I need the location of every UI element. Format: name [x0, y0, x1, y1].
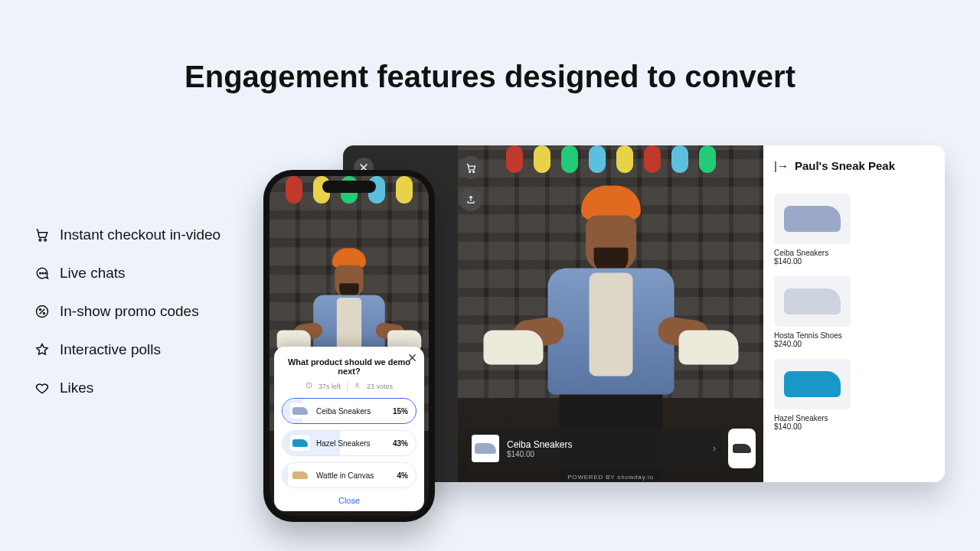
feature-item: Likes [34, 380, 220, 396]
percent-icon [34, 303, 51, 320]
cart-icon [34, 227, 51, 243]
svg-point-11 [356, 383, 358, 386]
chevron-right-icon: › [713, 443, 716, 454]
feature-item: In-show promo codes [34, 303, 220, 320]
poll-time-left: 37s left [318, 383, 341, 390]
cart-button[interactable] [459, 156, 482, 179]
feature-label: Likes [60, 380, 93, 396]
feature-label: In-show promo codes [60, 303, 199, 320]
next-product-chip[interactable] [728, 429, 756, 468]
product-name: Hazel Sneakers [774, 414, 851, 422]
poll-close-button[interactable]: Close [282, 494, 416, 505]
product-price: $140.00 [774, 257, 851, 266]
heart-icon [34, 380, 51, 396]
user-icon [354, 382, 361, 390]
product-name: Hosta Tennis Shoes [774, 331, 851, 340]
poll-option-percent: 4% [397, 471, 408, 480]
feature-item: Instant checkout in-video [34, 227, 220, 243]
product-sidebar: |→ Paul's Sneak Peak Ceiba Sneakers$140.… [763, 145, 945, 482]
poll-meta: 37s left 23 votes [282, 382, 416, 390]
star-icon [34, 341, 51, 358]
powered-by-label: POWERED BY showday.io [458, 474, 763, 481]
poll-votes: 23 votes [367, 383, 393, 390]
svg-point-8 [469, 171, 470, 172]
poll-option-name: Hazel Sneakers [316, 439, 371, 448]
feature-item: Live chats [34, 265, 220, 282]
phone-mockup: What product should we demo next? 37s le… [263, 170, 435, 522]
product-name: Ceiba Sneakers [774, 249, 851, 257]
featured-product-chip[interactable]: Ceiba Sneakers $140.00 › [466, 429, 722, 468]
feature-list: Instant checkout in-videoLive chatsIn-sh… [34, 227, 220, 396]
feature-label: Interactive polls [60, 341, 161, 358]
poll-card: What product should we demo next? 37s le… [274, 347, 424, 511]
feature-label: Instant checkout in-video [60, 227, 220, 243]
share-button[interactable] [459, 188, 482, 211]
svg-point-4 [44, 272, 46, 274]
featured-product-name: Ceiba Sneakers [507, 439, 572, 450]
svg-point-0 [39, 239, 41, 241]
phone-screen[interactable]: What product should we demo next? 37s le… [270, 176, 429, 516]
video-area[interactable]: Ceiba Sneakers $140.00 › POWERED BY show… [458, 145, 763, 482]
poll-option-percent: 15% [393, 407, 408, 416]
svg-point-3 [42, 272, 44, 274]
poll-option-percent: 43% [393, 439, 408, 448]
poll-option-name: Ceiba Sneakers [316, 407, 371, 416]
featured-product-price: $140.00 [507, 450, 572, 458]
feature-item: Interactive polls [34, 341, 220, 358]
poll-close-x[interactable] [408, 353, 416, 364]
poll-question: What product should we demo next? [282, 357, 416, 376]
poll-option[interactable]: Wattle in Canvas4% [282, 462, 416, 488]
svg-point-7 [43, 312, 44, 314]
sidebar-product[interactable]: Hazel Sneakers$140.00 [774, 359, 851, 431]
poll-option-thumb [290, 403, 310, 419]
poll-option[interactable]: Hazel Sneakers43% [282, 430, 416, 456]
product-strip: Ceiba Sneakers $140.00 › [466, 429, 756, 468]
sidebar-product[interactable]: Ceiba Sneakers$140.00 [774, 194, 851, 266]
sidebar-product[interactable]: Hosta Tennis Shoes$240.00 [774, 276, 851, 348]
product-price: $240.00 [774, 340, 851, 348]
poll-option[interactable]: Ceiba Sneakers15% [282, 398, 416, 424]
poll-option-thumb [290, 435, 310, 451]
product-price: $140.00 [774, 422, 851, 431]
page-headline: Engagement features designed to convert [0, 60, 980, 94]
svg-point-2 [40, 272, 41, 274]
svg-point-9 [472, 171, 474, 172]
poll-option-thumb [290, 468, 310, 483]
product-image [774, 276, 851, 327]
product-image [774, 194, 851, 244]
svg-point-6 [39, 308, 41, 310]
feature-label: Live chats [60, 265, 126, 282]
clock-icon [305, 382, 312, 390]
svg-point-1 [44, 239, 47, 241]
stream-title: Paul's Sneak Peak [795, 159, 895, 172]
product-image [774, 359, 851, 409]
poll-option-name: Wattle in Canvas [316, 471, 374, 480]
chat-icon [34, 265, 51, 282]
expand-icon[interactable]: |→ [774, 159, 789, 172]
product-thumb [472, 435, 499, 462]
